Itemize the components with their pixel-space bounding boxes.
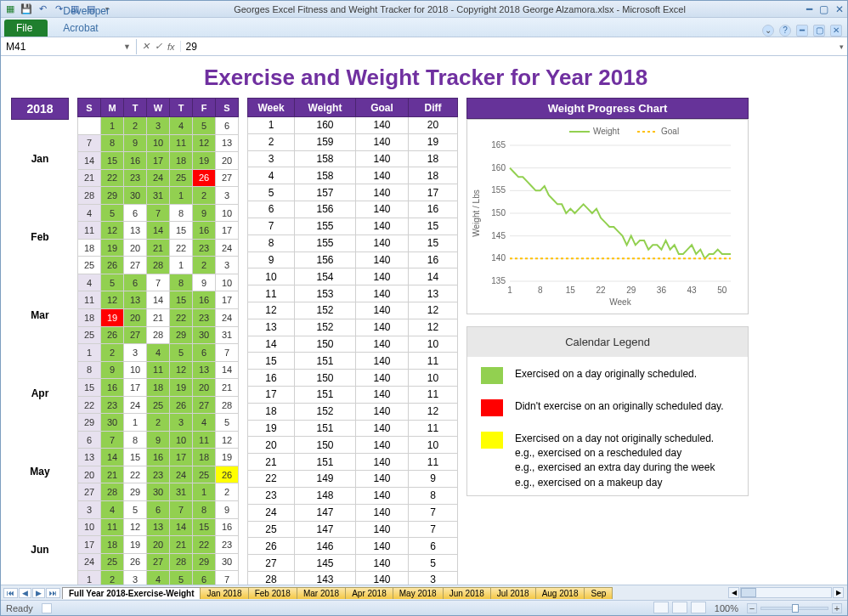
horizontal-scrollbar[interactable]: ◀ ▶ <box>728 587 847 598</box>
cal-cell[interactable]: 10 <box>216 204 239 222</box>
cal-cell[interactable]: 12 <box>193 134 216 152</box>
cal-cell[interactable]: 14 <box>170 518 193 536</box>
week-cell[interactable]: 140 <box>356 521 409 538</box>
cal-cell[interactable]: 22 <box>101 169 124 187</box>
cal-cell[interactable]: 27 <box>78 483 101 501</box>
cal-cell[interactable]: 12 <box>216 431 239 449</box>
cal-cell[interactable]: 9 <box>147 431 170 449</box>
cal-cell[interactable]: 3 <box>147 117 170 135</box>
sheet-tab[interactable]: Full Year 2018-Exercise-Weight <box>62 587 201 599</box>
cal-cell[interactable]: 5 <box>170 571 193 585</box>
cal-cell[interactable]: 12 <box>101 291 124 309</box>
week-cell[interactable]: 146 <box>295 538 356 555</box>
week-cell[interactable]: 140 <box>356 133 409 150</box>
cal-cell[interactable]: 16 <box>216 518 239 536</box>
close-workbook-icon[interactable]: ✕ <box>830 25 842 37</box>
worksheet-area[interactable]: Exercise and Weight Tracker for Year 201… <box>1 58 847 585</box>
week-cell[interactable]: 140 <box>356 302 409 319</box>
cal-cell[interactable]: 1 <box>170 187 193 205</box>
cal-cell[interactable]: 9 <box>101 361 124 379</box>
week-cell[interactable]: 151 <box>295 353 356 370</box>
cal-cell[interactable]: 7 <box>170 501 193 519</box>
cal-cell[interactable]: 14 <box>147 222 170 240</box>
cal-cell[interactable]: 20 <box>193 379 216 397</box>
cal-cell[interactable]: 22 <box>170 239 193 257</box>
cal-cell[interactable]: 19 <box>193 152 216 170</box>
cal-cell[interactable]: 24 <box>78 553 101 571</box>
cal-cell[interactable]: 2 <box>193 187 216 205</box>
sheet-tab[interactable]: Mar 2018 <box>297 587 346 599</box>
week-cell[interactable]: 14 <box>409 268 458 285</box>
cal-cell[interactable]: 1 <box>78 571 101 585</box>
cal-cell[interactable]: 20 <box>124 239 147 257</box>
cal-cell[interactable]: 7 <box>101 431 124 449</box>
cal-cell[interactable]: 19 <box>124 536 147 554</box>
week-cell[interactable]: 16 <box>409 201 458 218</box>
cal-cell[interactable]: 26 <box>170 396 193 414</box>
week-cell[interactable]: 5 <box>248 184 295 201</box>
cal-cell[interactable]: 25 <box>78 326 101 344</box>
cal-cell[interactable]: 8 <box>170 204 193 222</box>
week-cell[interactable]: 12 <box>409 403 458 420</box>
cal-cell[interactable]: 27 <box>124 326 147 344</box>
week-cell[interactable]: 145 <box>295 555 356 572</box>
week-cell[interactable]: 7 <box>248 218 295 235</box>
help-icon[interactable]: ? <box>779 25 791 37</box>
cancel-formula-icon[interactable]: ✕ <box>142 41 150 52</box>
cal-cell[interactable]: 2 <box>193 257 216 274</box>
cal-cell[interactable]: 22 <box>124 466 147 483</box>
cal-cell[interactable]: 25 <box>101 553 124 571</box>
week-cell[interactable]: 159 <box>295 133 356 150</box>
cal-cell[interactable]: 20 <box>216 152 239 170</box>
week-cell[interactable]: 19 <box>248 420 295 437</box>
cal-cell[interactable]: 19 <box>101 309 124 327</box>
week-cell[interactable]: 140 <box>356 454 409 471</box>
week-cell[interactable]: 21 <box>248 454 295 471</box>
cal-cell[interactable]: 10 <box>147 134 170 152</box>
week-cell[interactable]: 140 <box>356 285 409 302</box>
week-cell[interactable]: 155 <box>295 218 356 235</box>
cal-cell[interactable]: 22 <box>78 396 101 414</box>
week-cell[interactable]: 154 <box>295 268 356 285</box>
cal-cell[interactable]: 13 <box>147 518 170 536</box>
cal-cell[interactable]: 21 <box>101 466 124 483</box>
zoom-out-icon[interactable]: − <box>747 603 757 613</box>
sheet-tab[interactable]: Aug 2018 <box>535 587 585 599</box>
cal-cell[interactable]: 6 <box>78 431 101 449</box>
cal-cell[interactable]: 10 <box>124 361 147 379</box>
week-cell[interactable]: 140 <box>356 201 409 218</box>
cal-cell[interactable]: 11 <box>78 291 101 309</box>
cal-cell[interactable]: 23 <box>101 396 124 414</box>
cal-cell[interactable]: 23 <box>193 239 216 257</box>
cal-cell[interactable]: 22 <box>193 536 216 554</box>
week-cell[interactable]: 152 <box>295 319 356 336</box>
week-cell[interactable]: 11 <box>409 420 458 437</box>
week-cell[interactable]: 9 <box>409 471 458 488</box>
cal-cell[interactable]: 5 <box>216 414 239 432</box>
cal-cell[interactable]: 16 <box>147 449 170 466</box>
restore-icon[interactable]: ▢ <box>813 25 825 37</box>
cal-cell[interactable]: 12 <box>101 222 124 240</box>
cal-cell[interactable]: 18 <box>78 239 101 257</box>
cal-cell[interactable]: 4 <box>147 571 170 585</box>
week-cell[interactable]: 15 <box>248 353 295 370</box>
week-cell[interactable]: 11 <box>409 454 458 471</box>
cal-cell[interactable]: 30 <box>147 483 170 501</box>
sheet-tab[interactable]: Jun 2018 <box>443 587 491 599</box>
week-cell[interactable]: 140 <box>356 319 409 336</box>
cal-cell[interactable]: 9 <box>124 134 147 152</box>
week-cell[interactable]: 13 <box>409 285 458 302</box>
week-cell[interactable]: 140 <box>356 167 409 184</box>
week-cell[interactable]: 156 <box>295 201 356 218</box>
cal-cell[interactable]: 18 <box>193 449 216 466</box>
cal-cell[interactable]: 19 <box>101 239 124 257</box>
cal-cell[interactable]: 24 <box>147 169 170 187</box>
week-cell[interactable]: 11 <box>248 285 295 302</box>
week-cell[interactable]: 140 <box>356 471 409 488</box>
cal-cell[interactable]: 26 <box>124 553 147 571</box>
cal-cell[interactable]: 1 <box>101 117 124 135</box>
cal-cell[interactable]: 4 <box>78 274 101 291</box>
cal-cell[interactable]: 19 <box>216 449 239 466</box>
week-cell[interactable]: 160 <box>295 117 356 134</box>
week-cell[interactable]: 10 <box>409 336 458 353</box>
